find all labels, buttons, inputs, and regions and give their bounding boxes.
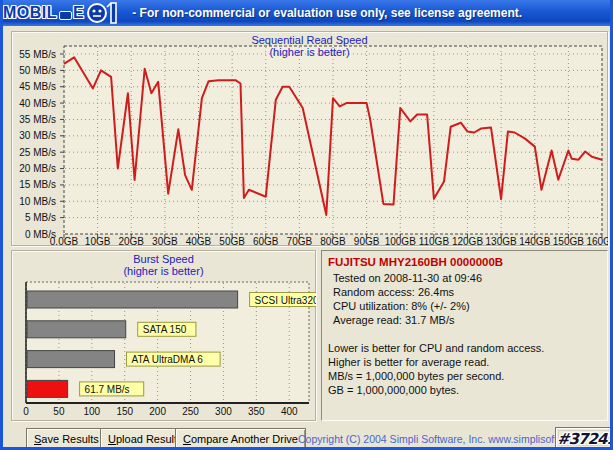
read-chart-subtitle: (higher is better) — [12, 46, 607, 58]
svg-text:140GB: 140GB — [519, 236, 550, 246]
svg-text:0.0GB: 0.0GB — [50, 236, 79, 246]
logo-chip — [59, 11, 72, 20]
note-mbs-definition: MB/s = 1,000,000 bytes per second. — [328, 369, 601, 383]
svg-text:250: 250 — [182, 406, 199, 417]
svg-text:200: 200 — [149, 406, 166, 417]
svg-text:5 MB/s: 5 MB/s — [25, 212, 56, 223]
svg-text:SATA 150: SATA 150 — [143, 324, 187, 335]
svg-text:150: 150 — [116, 406, 133, 417]
svg-text:0: 0 — [23, 406, 29, 417]
svg-text:30GB: 30GB — [152, 236, 178, 246]
watermark-post-id: #372415 — [557, 430, 613, 448]
svg-text:350: 350 — [248, 406, 265, 417]
svg-text:61.7 MB/s: 61.7 MB/s — [85, 384, 130, 395]
svg-text:50 MB/s: 50 MB/s — [19, 65, 56, 76]
sequential-read-groupbox: Sequential Read Speed (higher is better)… — [11, 31, 608, 246]
mobile01-logo: MOBILE — [3, 2, 124, 24]
burst-chart-svg: 050100150200250300350400SCSI Ultra320SAT… — [13, 252, 316, 421]
info-average-read: Average read: 31.7 MB/s — [328, 313, 601, 327]
svg-text:160GB: 160GB — [586, 236, 608, 246]
svg-text:10GB: 10GB — [85, 236, 111, 246]
svg-text:35 MB/s: 35 MB/s — [19, 114, 56, 125]
svg-text:50: 50 — [53, 406, 65, 417]
note-lower-better: Lower is better for CPU and random acces… — [328, 341, 601, 355]
svg-text:20GB: 20GB — [118, 236, 144, 246]
logo-text-e: E — [73, 4, 84, 22]
burst-chart-subtitle: (higher is better) — [12, 265, 315, 277]
info-cpu-utilization: CPU utilization: 8% (+/- 2%) — [328, 299, 601, 313]
burst-chart-title: Burst Speed — [12, 253, 315, 265]
hdtach-window: MOBILE - For non-commercial or evaluatio… — [0, 0, 613, 450]
svg-text:60GB: 60GB — [253, 236, 279, 246]
note-higher-better: Higher is better for average read. — [328, 355, 601, 369]
svg-text:SCSI Ultra320: SCSI Ultra320 — [255, 295, 316, 306]
drive-info-panel: FUJITSU MHY2160BH 0000000B Tested on 200… — [321, 250, 608, 421]
info-random-access: Random access: 26.4ms — [328, 285, 601, 299]
save-results-button[interactable]: Save Results — [26, 428, 107, 449]
svg-text:120GB: 120GB — [452, 236, 483, 246]
logo-face-icon — [84, 1, 124, 25]
logo-text-mobil: MOBIL — [3, 4, 57, 22]
burst-speed-groupbox: Burst Speed (higher is better) 050100150… — [11, 250, 316, 421]
svg-text:50GB: 50GB — [219, 236, 245, 246]
copyright-text: Copyright (C) 2004 Simpli Software, Inc.… — [298, 433, 566, 445]
svg-text:300: 300 — [215, 406, 232, 417]
svg-text:25 MB/s: 25 MB/s — [19, 147, 56, 158]
svg-text:130GB: 130GB — [486, 236, 517, 246]
svg-text:400: 400 — [281, 406, 298, 417]
drive-title: FUJITSU MHY2160BH 0000000B — [328, 255, 601, 269]
read-chart-svg: 55 MB/s50 MB/s45 MB/s40 MB/s35 MB/s30 MB… — [13, 33, 608, 246]
svg-text:45 MB/s: 45 MB/s — [19, 81, 56, 92]
title-bar: MOBILE - For non-commercial or evaluatio… — [0, 0, 613, 26]
svg-text:ATA UltraDMA 6: ATA UltraDMA 6 — [132, 354, 204, 365]
svg-text:70GB: 70GB — [287, 236, 313, 246]
svg-text:20 MB/s: 20 MB/s — [19, 163, 56, 174]
svg-text:90GB: 90GB — [354, 236, 380, 246]
info-spacer — [328, 327, 601, 341]
svg-text:10 MB/s: 10 MB/s — [19, 196, 56, 207]
read-chart-title: Sequential Read Speed — [12, 34, 607, 46]
license-text: - For non-commercial or evaluation use o… — [132, 6, 522, 20]
svg-text:110GB: 110GB — [419, 236, 450, 246]
note-gb-definition: GB = 1,000,000,000 bytes. — [328, 383, 601, 397]
svg-text:30 MB/s: 30 MB/s — [19, 130, 56, 141]
svg-text:150GB: 150GB — [553, 236, 584, 246]
svg-text:100: 100 — [83, 406, 100, 417]
svg-text:80GB: 80GB — [320, 236, 346, 246]
svg-text:40 MB/s: 40 MB/s — [19, 98, 56, 109]
info-tested-on: Tested on 2008-11-30 at 09:46 — [328, 271, 601, 285]
svg-text:100GB: 100GB — [385, 236, 416, 246]
svg-text:40GB: 40GB — [186, 236, 212, 246]
svg-text:15 MB/s: 15 MB/s — [19, 179, 56, 190]
compare-another-drive-button[interactable]: Compare Another Drive — [175, 428, 306, 449]
